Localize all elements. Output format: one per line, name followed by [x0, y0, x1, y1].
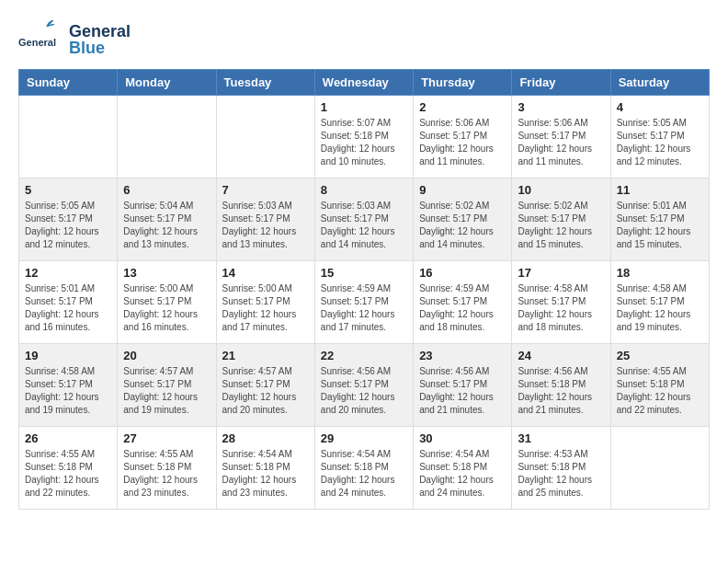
- calendar-week-5: 26Sunrise: 4:55 AM Sunset: 5:18 PM Dayli…: [19, 427, 710, 510]
- calendar-cell: 1Sunrise: 5:07 AM Sunset: 5:18 PM Daylig…: [314, 96, 413, 178]
- day-info: Sunrise: 5:04 AM Sunset: 5:17 PM Dayligh…: [123, 200, 210, 251]
- calendar-table: SundayMondayTuesdayWednesdayThursdayFrid…: [18, 69, 710, 510]
- day-info: Sunrise: 4:56 AM Sunset: 5:17 PM Dayligh…: [419, 365, 506, 417]
- day-number: 17: [518, 266, 604, 280]
- calendar-cell: [216, 96, 314, 178]
- day-info: Sunrise: 4:59 AM Sunset: 5:17 PM Dayligh…: [321, 282, 407, 334]
- calendar-cell: [19, 96, 118, 178]
- day-number: 24: [518, 349, 604, 362]
- calendar-cell: 4Sunrise: 5:05 AM Sunset: 5:17 PM Daylig…: [610, 96, 709, 178]
- calendar-cell: 12Sunrise: 5:01 AM Sunset: 5:17 PM Dayli…: [19, 261, 118, 344]
- day-number: 3: [518, 100, 604, 114]
- day-info: Sunrise: 5:00 AM Sunset: 5:17 PM Dayligh…: [123, 282, 210, 334]
- day-number: 28: [222, 431, 309, 445]
- calendar-cell: 6Sunrise: 5:04 AM Sunset: 5:17 PM Daylig…: [118, 178, 216, 261]
- day-info: Sunrise: 5:03 AM Sunset: 5:17 PM Dayligh…: [222, 200, 309, 251]
- logo-general: General: [69, 23, 131, 40]
- day-number: 4: [617, 100, 703, 114]
- day-number: 26: [25, 431, 111, 445]
- day-info: Sunrise: 4:58 AM Sunset: 5:17 PM Dayligh…: [518, 282, 604, 334]
- day-info: Sunrise: 5:00 AM Sunset: 5:17 PM Dayligh…: [222, 282, 309, 334]
- day-number: 27: [123, 431, 210, 445]
- weekday-header-thursday: Thursday: [414, 70, 512, 96]
- svg-text:General: General: [18, 37, 56, 48]
- calendar-cell: 22Sunrise: 4:56 AM Sunset: 5:17 PM Dayli…: [314, 344, 413, 427]
- day-number: 21: [222, 349, 309, 362]
- day-number: 30: [419, 431, 506, 445]
- calendar-cell: 23Sunrise: 4:56 AM Sunset: 5:17 PM Dayli…: [414, 344, 512, 427]
- calendar-cell: 16Sunrise: 4:59 AM Sunset: 5:17 PM Dayli…: [414, 261, 512, 344]
- weekday-header-friday: Friday: [512, 70, 610, 96]
- calendar-header-row: SundayMondayTuesdayWednesdayThursdayFrid…: [19, 70, 710, 96]
- day-number: 8: [321, 183, 407, 197]
- calendar-cell: [610, 427, 709, 510]
- day-info: Sunrise: 5:02 AM Sunset: 5:17 PM Dayligh…: [518, 200, 604, 251]
- calendar-cell: [118, 96, 216, 178]
- calendar-cell: 14Sunrise: 5:00 AM Sunset: 5:17 PM Dayli…: [216, 261, 314, 344]
- calendar-week-3: 12Sunrise: 5:01 AM Sunset: 5:17 PM Dayli…: [19, 261, 710, 344]
- calendar-cell: 31Sunrise: 4:53 AM Sunset: 5:18 PM Dayli…: [512, 427, 610, 510]
- weekday-header-saturday: Saturday: [610, 70, 709, 96]
- calendar-cell: 11Sunrise: 5:01 AM Sunset: 5:17 PM Dayli…: [610, 178, 709, 261]
- calendar-cell: 19Sunrise: 4:58 AM Sunset: 5:17 PM Dayli…: [19, 344, 118, 427]
- day-info: Sunrise: 5:06 AM Sunset: 5:17 PM Dayligh…: [419, 117, 506, 168]
- day-info: Sunrise: 4:58 AM Sunset: 5:17 PM Dayligh…: [617, 282, 703, 334]
- day-info: Sunrise: 4:54 AM Sunset: 5:18 PM Dayligh…: [222, 448, 309, 500]
- calendar-cell: 18Sunrise: 4:58 AM Sunset: 5:17 PM Dayli…: [610, 261, 709, 344]
- page-header: General General Blue: [18, 18, 710, 60]
- day-info: Sunrise: 4:56 AM Sunset: 5:18 PM Dayligh…: [518, 365, 604, 417]
- calendar-week-2: 5Sunrise: 5:05 AM Sunset: 5:17 PM Daylig…: [19, 178, 710, 261]
- day-number: 12: [25, 266, 111, 280]
- day-info: Sunrise: 4:57 AM Sunset: 5:17 PM Dayligh…: [222, 365, 309, 417]
- day-number: 15: [321, 266, 407, 280]
- weekday-header-tuesday: Tuesday: [216, 70, 314, 96]
- calendar-cell: 15Sunrise: 4:59 AM Sunset: 5:17 PM Dayli…: [314, 261, 413, 344]
- logo-blue: Blue: [69, 40, 131, 56]
- calendar-week-4: 19Sunrise: 4:58 AM Sunset: 5:17 PM Dayli…: [19, 344, 710, 427]
- calendar-cell: 8Sunrise: 5:03 AM Sunset: 5:17 PM Daylig…: [314, 178, 413, 261]
- day-number: 2: [419, 100, 506, 114]
- day-number: 14: [222, 266, 309, 280]
- day-number: 29: [321, 431, 407, 445]
- day-info: Sunrise: 5:01 AM Sunset: 5:17 PM Dayligh…: [25, 282, 111, 334]
- day-number: 11: [617, 183, 703, 197]
- calendar-week-1: 1Sunrise: 5:07 AM Sunset: 5:18 PM Daylig…: [19, 96, 710, 178]
- day-number: 10: [518, 183, 604, 197]
- day-info: Sunrise: 5:01 AM Sunset: 5:17 PM Dayligh…: [617, 200, 703, 251]
- day-info: Sunrise: 4:55 AM Sunset: 5:18 PM Dayligh…: [25, 448, 111, 500]
- calendar-cell: 3Sunrise: 5:06 AM Sunset: 5:17 PM Daylig…: [512, 96, 610, 178]
- day-info: Sunrise: 5:05 AM Sunset: 5:17 PM Dayligh…: [25, 200, 111, 251]
- day-info: Sunrise: 5:06 AM Sunset: 5:17 PM Dayligh…: [518, 117, 604, 168]
- day-number: 13: [123, 266, 210, 280]
- day-number: 31: [518, 431, 604, 445]
- day-number: 22: [321, 349, 407, 362]
- day-info: Sunrise: 4:56 AM Sunset: 5:17 PM Dayligh…: [321, 365, 407, 417]
- day-info: Sunrise: 4:54 AM Sunset: 5:18 PM Dayligh…: [321, 448, 407, 500]
- day-info: Sunrise: 4:57 AM Sunset: 5:17 PM Dayligh…: [123, 365, 210, 417]
- calendar-cell: 25Sunrise: 4:55 AM Sunset: 5:18 PM Dayli…: [610, 344, 709, 427]
- day-info: Sunrise: 5:07 AM Sunset: 5:18 PM Dayligh…: [321, 117, 407, 168]
- logo-bird-icon: General: [18, 18, 74, 60]
- logo: General General Blue: [18, 18, 131, 60]
- calendar-cell: 9Sunrise: 5:02 AM Sunset: 5:17 PM Daylig…: [414, 178, 512, 261]
- day-info: Sunrise: 5:02 AM Sunset: 5:17 PM Dayligh…: [419, 200, 506, 251]
- day-number: 18: [617, 266, 703, 280]
- day-number: 23: [419, 349, 506, 362]
- day-number: 1: [321, 100, 407, 114]
- weekday-header-wednesday: Wednesday: [314, 70, 413, 96]
- day-info: Sunrise: 4:58 AM Sunset: 5:17 PM Dayligh…: [25, 365, 111, 417]
- calendar-cell: 29Sunrise: 4:54 AM Sunset: 5:18 PM Dayli…: [314, 427, 413, 510]
- day-number: 25: [617, 349, 703, 362]
- day-info: Sunrise: 5:05 AM Sunset: 5:17 PM Dayligh…: [617, 117, 703, 168]
- calendar-cell: 20Sunrise: 4:57 AM Sunset: 5:17 PM Dayli…: [118, 344, 216, 427]
- day-info: Sunrise: 4:55 AM Sunset: 5:18 PM Dayligh…: [123, 448, 210, 500]
- calendar-cell: 10Sunrise: 5:02 AM Sunset: 5:17 PM Dayli…: [512, 178, 610, 261]
- day-number: 19: [25, 349, 111, 362]
- day-info: Sunrise: 4:53 AM Sunset: 5:18 PM Dayligh…: [518, 448, 604, 500]
- day-info: Sunrise: 4:54 AM Sunset: 5:18 PM Dayligh…: [419, 448, 506, 500]
- day-number: 6: [123, 183, 210, 197]
- day-info: Sunrise: 5:03 AM Sunset: 5:17 PM Dayligh…: [321, 200, 407, 251]
- calendar-cell: 30Sunrise: 4:54 AM Sunset: 5:18 PM Dayli…: [414, 427, 512, 510]
- day-number: 7: [222, 183, 309, 197]
- calendar-cell: 27Sunrise: 4:55 AM Sunset: 5:18 PM Dayli…: [118, 427, 216, 510]
